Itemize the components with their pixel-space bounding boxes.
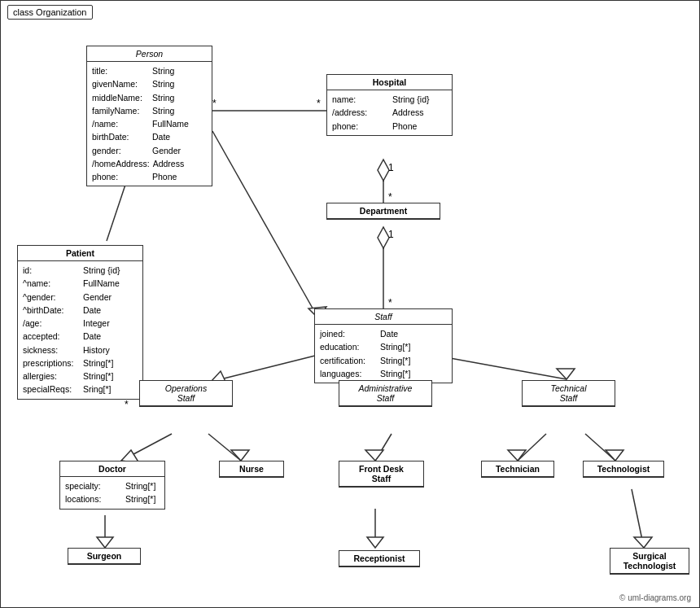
- technical-staff-class: TechnicalStaff: [522, 380, 615, 407]
- front-desk-staff-header: Front DeskStaff: [339, 461, 423, 487]
- svg-line-27: [208, 434, 241, 461]
- svg-text:*: *: [317, 98, 321, 109]
- svg-marker-24: [557, 369, 575, 379]
- administrative-staff-class: AdministrativeStaff: [339, 380, 432, 407]
- front-desk-staff-class: Front DeskStaff: [339, 461, 424, 488]
- svg-text:1: 1: [388, 162, 394, 173]
- receptionist-class-header: Receptionist: [339, 551, 419, 566]
- person-class: Person title:String givenName:String mid…: [86, 46, 212, 186]
- svg-line-29: [375, 434, 392, 461]
- nurse-class-header: Nurse: [220, 461, 283, 477]
- technical-staff-header: TechnicalStaff: [523, 381, 615, 406]
- doctor-class: Doctor specialty:String[*] locations:Str…: [59, 461, 165, 510]
- copyright: © uml-diagrams.org: [619, 593, 691, 602]
- hospital-class: Hospital name:String {id} /address:Addre…: [326, 74, 453, 136]
- diagram-title: class Organization: [7, 5, 93, 20]
- administrative-staff-header: AdministrativeStaff: [339, 381, 431, 406]
- svg-line-19: [211, 355, 318, 382]
- svg-marker-38: [367, 537, 383, 548]
- svg-line-25: [121, 434, 172, 461]
- svg-marker-36: [97, 537, 113, 548]
- svg-line-33: [585, 434, 615, 461]
- svg-marker-9: [378, 227, 389, 248]
- surgical-technologist-class: SurgicalTechnologist: [610, 548, 689, 575]
- surgeon-class-header: Surgeon: [68, 549, 140, 564]
- svg-line-39: [632, 489, 644, 548]
- svg-marker-28: [231, 450, 249, 461]
- svg-text:*: *: [388, 297, 392, 308]
- department-class: Department: [326, 203, 440, 220]
- svg-text:*: *: [388, 191, 392, 203]
- svg-marker-4: [378, 160, 389, 181]
- patient-class-header: Patient: [18, 246, 142, 261]
- hospital-attrs: name:String {id} /address:Address phone:…: [327, 90, 452, 135]
- technician-class: Technician: [481, 461, 554, 478]
- person-class-header: Person: [87, 46, 212, 62]
- svg-marker-32: [508, 450, 526, 461]
- staff-class: Staff joined:Date education:String[*] ce…: [314, 308, 453, 383]
- department-class-header: Department: [327, 203, 440, 219]
- patient-attrs: id:String {id} ^name:FullName ^gender:Ge…: [18, 261, 142, 399]
- operations-staff-header: OperationsStaff: [140, 381, 232, 406]
- svg-marker-30: [365, 450, 383, 461]
- technologist-class: Technologist: [583, 461, 664, 478]
- svg-marker-34: [606, 450, 623, 461]
- svg-line-15: [212, 131, 318, 318]
- nurse-class: Nurse: [219, 461, 284, 478]
- person-attrs: title:String givenName:String middleName…: [87, 62, 212, 186]
- hospital-class-header: Hospital: [327, 75, 452, 90]
- operations-staff-class: OperationsStaff: [139, 380, 233, 407]
- diagram-container: class Organization * * 1 * 1 * * *: [0, 0, 700, 608]
- svg-marker-40: [634, 537, 652, 548]
- doctor-attrs: specialty:String[*] locations:String[*]: [60, 477, 164, 509]
- patient-class: Patient id:String {id} ^name:FullName ^g…: [17, 245, 143, 400]
- technician-class-header: Technician: [482, 461, 553, 477]
- staff-class-header: Staff: [315, 309, 452, 325]
- surgical-technologist-header: SurgicalTechnologist: [610, 549, 689, 574]
- receptionist-class: Receptionist: [339, 550, 420, 567]
- staff-attrs: joined:Date education:String[*] certific…: [315, 325, 452, 383]
- doctor-class-header: Doctor: [60, 461, 164, 477]
- svg-text:*: *: [125, 399, 129, 410]
- svg-text:1: 1: [388, 229, 394, 240]
- svg-line-31: [518, 434, 546, 461]
- technologist-class-header: Technologist: [584, 461, 663, 477]
- surgeon-class: Surgeon: [68, 548, 141, 565]
- svg-text:*: *: [212, 98, 217, 109]
